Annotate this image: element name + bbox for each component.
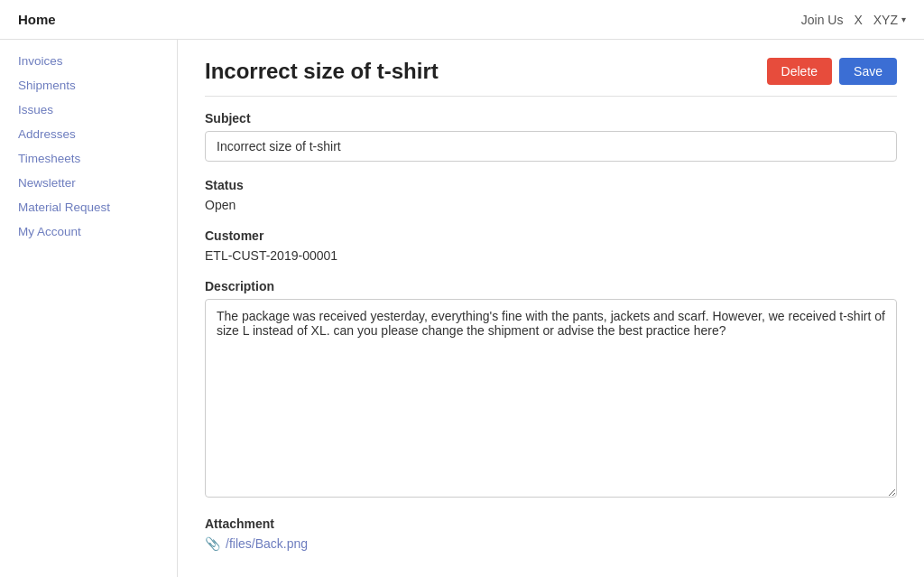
page-header: Incorrect size of t-shirt Delete Save [205, 58, 897, 97]
attachment-row: 📎 /files/Back.png [205, 536, 897, 551]
header-buttons: Delete Save [767, 58, 897, 85]
nav-right: Join Us X XYZ ▾ [801, 13, 906, 27]
save-button[interactable]: Save [839, 58, 897, 85]
page-title: Incorrect size of t-shirt [205, 59, 439, 84]
sidebar: Invoices Shipments Issues Addresses Time… [0, 40, 178, 577]
x-button[interactable]: X [854, 13, 862, 27]
sidebar-item-addresses[interactable]: Addresses [0, 122, 177, 146]
attachment-label: Attachment [205, 517, 897, 531]
user-name: XYZ [873, 13, 898, 27]
attachment-link[interactable]: /files/Back.png [226, 536, 308, 551]
status-label: Status [205, 178, 897, 192]
attachment-field-group: Attachment 📎 /files/Back.png [205, 517, 897, 551]
status-field-group: Status Open [205, 178, 897, 212]
description-field-group: Description The package was received yes… [205, 279, 897, 500]
user-menu[interactable]: XYZ ▾ [873, 13, 906, 27]
layout: Invoices Shipments Issues Addresses Time… [0, 40, 924, 577]
delete-button[interactable]: Delete [767, 58, 832, 85]
customer-label: Customer [205, 228, 897, 243]
subject-input[interactable] [205, 131, 897, 162]
chevron-down-icon: ▾ [901, 14, 906, 24]
app-title: Home [18, 12, 56, 27]
description-textarea[interactable]: The package was received yesterday, ever… [205, 299, 897, 498]
description-label: Description [205, 279, 897, 293]
sidebar-item-shipments[interactable]: Shipments [0, 73, 177, 98]
sidebar-item-timesheets[interactable]: Timesheets [0, 146, 177, 171]
sidebar-item-my-account[interactable]: My Account [0, 219, 177, 244]
status-value: Open [205, 198, 897, 212]
customer-value: ETL-CUST-2019-00001 [205, 248, 897, 263]
sidebar-item-newsletter[interactable]: Newsletter [0, 171, 177, 195]
paperclip-icon: 📎 [205, 536, 220, 551]
sidebar-item-material-request[interactable]: Material Request [0, 195, 177, 219]
customer-field-group: Customer ETL-CUST-2019-00001 [205, 228, 897, 263]
join-us-link[interactable]: Join Us [801, 13, 844, 27]
sidebar-item-invoices[interactable]: Invoices [0, 49, 177, 73]
sidebar-item-issues[interactable]: Issues [0, 98, 177, 122]
top-nav: Home Join Us X XYZ ▾ [0, 0, 924, 40]
subject-label: Subject [205, 111, 897, 126]
main-content: Incorrect size of t-shirt Delete Save Su… [178, 40, 924, 577]
subject-field-group: Subject [205, 111, 897, 162]
